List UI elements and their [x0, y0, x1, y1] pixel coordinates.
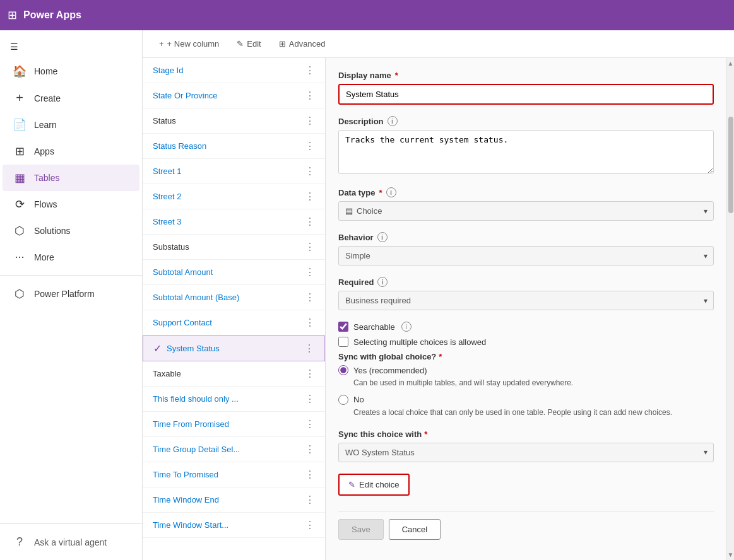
list-item[interactable]: Subtotal Amount (Base) ⋮	[143, 285, 325, 310]
item-menu-icon[interactable]: ⋮	[305, 216, 315, 228]
item-menu-icon[interactable]: ⋮	[305, 393, 315, 405]
sidebar-item-ask-agent[interactable]: ? Ask a virtual agent	[3, 529, 139, 555]
cancel-button[interactable]: Cancel	[389, 519, 441, 540]
advanced-button[interactable]: ⊞ Advanced	[273, 35, 332, 52]
edit-choice-button[interactable]: ✎ Edit choice	[338, 474, 410, 496]
scroll-thumb[interactable]	[728, 117, 733, 213]
sidebar-item-create[interactable]: + Create	[3, 85, 139, 112]
list-item[interactable]: Time To Promised ⋮	[143, 462, 325, 487]
sidebar-item-power-platform[interactable]: ⬡ Power Platform	[3, 281, 139, 307]
sync-yes-option: Yes (recommended) Can be used in multipl…	[338, 365, 714, 388]
list-item[interactable]: Status ⋮	[143, 108, 325, 134]
behavior-info-icon[interactable]: i	[377, 232, 388, 242]
item-menu-icon[interactable]: ⋮	[304, 342, 314, 354]
list-item-system-status[interactable]: ✓ System Status ⋮	[143, 335, 325, 361]
power-platform-icon: ⬡	[13, 287, 27, 301]
multiple-choices-checkbox[interactable]	[338, 337, 348, 347]
sync-yes-radio[interactable]	[338, 365, 348, 375]
new-column-button[interactable]: + + New column	[153, 35, 225, 52]
item-menu-icon[interactable]: ⋮	[305, 64, 315, 76]
list-item[interactable]: Time Window End ⋮	[143, 487, 325, 513]
required-marker: *	[379, 188, 382, 197]
edit-icon: ✎	[237, 39, 244, 49]
sidebar-item-tables[interactable]: ▦ Tables	[3, 165, 139, 191]
list-item[interactable]: Stage Id ⋮	[143, 58, 325, 83]
list-item[interactable]: Support Contact ⋮	[143, 310, 325, 335]
sync-yes-label[interactable]: Yes (recommended)	[353, 366, 427, 375]
list-item[interactable]: Time From Promised ⋮	[143, 412, 325, 437]
list-item[interactable]: Time Group Detail Sel... ⋮	[143, 437, 325, 462]
sidebar-item-learn[interactable]: 📄 Learn	[3, 112, 139, 138]
description-textarea[interactable]: Tracks the current system status.	[338, 130, 714, 174]
list-item[interactable]: This field should only ... ⋮	[143, 387, 325, 412]
list-item[interactable]: Status Reason ⋮	[143, 134, 325, 159]
grid-icon[interactable]: ⊞	[8, 8, 17, 22]
save-button[interactable]: Save	[338, 519, 384, 540]
behavior-select[interactable]: Simple	[338, 246, 714, 265]
item-menu-icon[interactable]: ⋮	[305, 190, 315, 202]
scroll-down-arrow[interactable]: ▼	[727, 549, 734, 560]
sidebar-item-label: Power Platform	[34, 289, 95, 299]
edit-button[interactable]: ✎ Edit	[230, 35, 267, 52]
item-menu-icon[interactable]: ⋮	[305, 418, 315, 430]
item-menu-icon[interactable]: ⋮	[305, 368, 315, 380]
display-name-input[interactable]	[338, 84, 714, 105]
item-menu-icon[interactable]: ⋮	[305, 519, 315, 531]
list-item[interactable]: State Or Province ⋮	[143, 83, 325, 108]
required-info-icon[interactable]: i	[377, 277, 388, 287]
sync-no-radio[interactable]	[338, 395, 348, 405]
required-select[interactable]: Optional Business recommended Business r…	[338, 291, 714, 310]
sync-choice-required: *	[424, 429, 427, 439]
list-item[interactable]: Substatus ⋮	[143, 235, 325, 260]
item-menu-icon[interactable]: ⋮	[305, 317, 315, 329]
description-info-icon[interactable]: i	[388, 116, 398, 126]
hamburger-icon: ☰	[10, 42, 18, 52]
edit-choice-label: Edit choice	[359, 480, 400, 489]
solutions-icon: ⬡	[13, 224, 27, 238]
list-item[interactable]: Taxable ⋮	[143, 361, 325, 387]
data-type-select-wrapper: ▤ Choice ▾	[338, 201, 714, 221]
searchable-info-icon[interactable]: i	[401, 322, 411, 332]
sidebar-hamburger[interactable]: ☰	[0, 35, 142, 58]
sidebar-item-apps[interactable]: ⊞ Apps	[3, 138, 139, 165]
searchable-checkbox[interactable]	[338, 322, 348, 332]
list-item[interactable]: Street 1 ⋮	[143, 159, 325, 184]
sidebar-item-home[interactable]: 🏠 Home	[3, 58, 139, 85]
item-menu-icon[interactable]: ⋮	[305, 241, 315, 253]
list-item[interactable]: Street 3 ⋮	[143, 209, 325, 235]
multiple-choices-label[interactable]: Selecting multiple choices is allowed	[353, 337, 486, 347]
searchable-label[interactable]: Searchable	[353, 322, 395, 332]
sidebar-item-label: Create	[34, 93, 61, 103]
footer-buttons: Save Cancel	[338, 511, 714, 540]
item-menu-icon[interactable]: ⋮	[305, 291, 315, 303]
column-list: Stage Id ⋮ State Or Province ⋮ Status ⋮	[143, 58, 326, 560]
sync-choice-select[interactable]: WO System Status	[338, 443, 714, 462]
sidebar-item-label: Learn	[34, 120, 57, 130]
advanced-label: Advanced	[289, 39, 326, 49]
sidebar-item-more[interactable]: ··· More	[3, 244, 139, 270]
sidebar-item-flows[interactable]: ⟳ Flows	[3, 191, 139, 218]
item-menu-icon[interactable]: ⋮	[305, 115, 315, 127]
sidebar-item-label: Flows	[34, 199, 57, 209]
scroll-up-arrow[interactable]: ▲	[727, 58, 734, 69]
sidebar-item-label: More	[34, 252, 54, 262]
item-menu-icon[interactable]: ⋮	[305, 266, 315, 278]
scrollbar[interactable]: ▲ ▼	[726, 58, 734, 560]
item-menu-icon[interactable]: ⋮	[305, 443, 315, 455]
item-menu-icon[interactable]: ⋮	[305, 140, 315, 152]
item-menu-icon[interactable]: ⋮	[305, 494, 315, 506]
sidebar: ☰ 🏠 Home + Create 📄 Learn ⊞ Apps ▦ Table…	[0, 30, 143, 560]
sync-no-label[interactable]: No	[353, 395, 364, 404]
data-type-select[interactable]: ▤ Choice	[338, 201, 714, 221]
behavior-field: Behavior i Simple ▾	[338, 232, 714, 265]
data-type-info-icon[interactable]: i	[386, 187, 396, 197]
right-panel: Display name * Description i Tracks the …	[326, 58, 726, 560]
apps-icon: ⊞	[13, 144, 27, 158]
item-menu-icon[interactable]: ⋮	[305, 469, 315, 481]
item-menu-icon[interactable]: ⋮	[305, 165, 315, 177]
sidebar-item-solutions[interactable]: ⬡ Solutions	[3, 218, 139, 244]
list-item[interactable]: Street 2 ⋮	[143, 184, 325, 209]
item-menu-icon[interactable]: ⋮	[305, 90, 315, 102]
list-item[interactable]: Time Window Start... ⋮	[143, 513, 325, 538]
list-item[interactable]: Subtotal Amount ⋮	[143, 260, 325, 285]
